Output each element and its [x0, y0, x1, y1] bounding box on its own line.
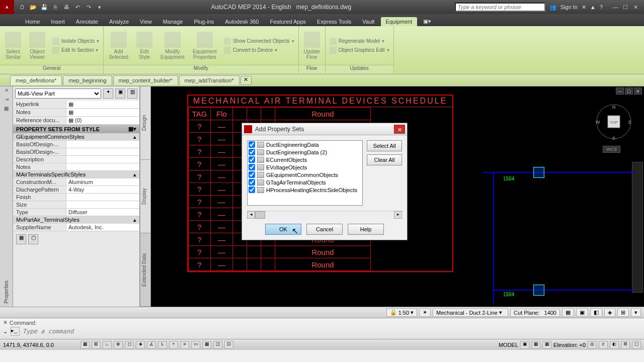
ribbon-tab-express-tools[interactable]: Express Tools	[312, 17, 356, 26]
qat-print-icon[interactable]: 🖶	[62, 4, 70, 11]
ribbon-tab-insert[interactable]: Insert	[46, 17, 70, 26]
status-icon[interactable]: ◈	[604, 308, 615, 317]
new-doc-tab-icon[interactable]: ✕	[240, 76, 252, 85]
ribbon-tab-featured-apps[interactable]: Featured Apps	[265, 17, 311, 26]
selectobj-icon[interactable]: ▨	[127, 88, 137, 99]
cmdline-close-icon[interactable]: ✕	[3, 319, 8, 326]
selection-type-dropdown[interactable]: Multi-View Part	[15, 88, 101, 99]
property-sets-listbox[interactable]: DuctEngineeringDataDuctEngineeringData (…	[247, 140, 363, 206]
property-set-checkbox[interactable]	[249, 171, 255, 178]
add-selected[interactable]: AddSelected	[106, 31, 131, 61]
ribbon-tab-view[interactable]: View	[135, 17, 157, 26]
viewport-minimize-icon[interactable]: —	[616, 87, 624, 95]
ok-button[interactable]: OK	[265, 224, 301, 235]
help-icon[interactable]: ?	[600, 4, 603, 10]
qat-saveas-icon[interactable]: ⎘	[51, 4, 59, 11]
ducs-toggle-icon[interactable]: L	[158, 341, 167, 349]
qat-open-icon[interactable]: 📂	[29, 4, 37, 11]
property-set-checkbox[interactable]	[249, 141, 255, 148]
grid-toggle-icon[interactable]: ⊞	[92, 341, 101, 349]
hardware-accel-icon[interactable]: ⚙	[621, 341, 630, 349]
viewport-maximize-icon[interactable]: ☐	[625, 87, 633, 95]
property-set-item[interactable]: EVoltageObjects	[248, 163, 362, 171]
tpy-toggle-icon[interactable]: ▭	[191, 341, 200, 349]
palette-tab-display[interactable]: Display	[140, 160, 150, 233]
object-viewer[interactable]: ObjectViewer	[26, 31, 48, 61]
doc-tab[interactable]: mep_addTransition*	[179, 75, 239, 85]
property-set-item[interactable]: ECurrentObjects	[248, 156, 362, 163]
scroll-thumb[interactable]	[255, 211, 265, 219]
am-toggle-icon[interactable]: ⊡	[224, 341, 233, 349]
remove-propset-icon[interactable]: ▢	[28, 234, 38, 244]
cmdline-toggle-icon[interactable]: ⌄	[3, 328, 8, 335]
signin-link[interactable]: Sign In	[560, 4, 578, 10]
palette-tab-extended-data[interactable]: Extended Data	[140, 233, 150, 307]
property-set-item[interactable]: DuctEngineeringData	[248, 141, 362, 148]
ribbon-tab-autodesk-360[interactable]: Autodesk 360	[220, 17, 264, 26]
prop-value[interactable]	[66, 141, 139, 148]
property-set-item[interactable]: HProcessHeatingElectricSideObjects	[248, 186, 362, 194]
snap-toggle-icon[interactable]: ▦	[80, 341, 90, 349]
infocenter-icon[interactable]: 👥	[549, 4, 556, 11]
minimize-icon[interactable]: —	[611, 4, 620, 11]
ribbon-tab-annotate[interactable]: Annotate	[71, 17, 103, 26]
dialog-titlebar[interactable]: Add Property Sets ✕	[242, 123, 407, 135]
qat-more-icon[interactable]: ▾	[96, 4, 104, 11]
quickselect-icon[interactable]: ✦	[103, 88, 113, 99]
compass-toggle-icon[interactable]: ◎	[588, 341, 597, 349]
clear-all-button[interactable]: Clear All	[367, 154, 402, 165]
property-set-item[interactable]: DuctEngineeringData (2)	[248, 148, 362, 156]
prop-value[interactable]: ▦	[66, 101, 139, 108]
clean-screen-icon[interactable]: ▢	[632, 341, 641, 349]
prop-group-header[interactable]: MAirTerminalsSpecificStyles▴	[13, 171, 139, 178]
prop-value[interactable]	[66, 148, 139, 155]
modify-equipment[interactable]: ModifyEquipment	[157, 31, 188, 61]
pickadd-icon[interactable]: ▣	[115, 88, 125, 99]
prop-group-header[interactable]: MvPartAir_TerminalStyles▴	[13, 216, 139, 224]
qat-new-icon[interactable]: 🗋	[18, 4, 26, 11]
ribbon-tab-home[interactable]: Home	[20, 17, 45, 26]
status-icon[interactable]: ▣	[576, 308, 588, 317]
scroll-left-icon[interactable]: ◂	[247, 211, 255, 219]
qv-layouts-icon[interactable]: ▦	[531, 341, 540, 349]
palette-icon[interactable]: ▦	[3, 106, 11, 114]
prop-value[interactable]: ▦ (0)	[66, 117, 139, 124]
property-set-item[interactable]: GEquipmentCommonObjects	[248, 171, 362, 178]
annotation-scale[interactable]: 🔒 1:50 ▾	[386, 308, 417, 317]
pin-icon[interactable]: ⇥	[3, 97, 11, 105]
wcs-badge[interactable]: WCS	[603, 146, 620, 153]
elevation-field[interactable]: Elevation: +0	[553, 342, 586, 348]
edit-in-section[interactable]: Edit In Section ▾	[50, 46, 101, 54]
help-button[interactable]: Help	[348, 224, 384, 235]
palette-tab-design[interactable]: Design	[140, 86, 150, 160]
cut-plane-field[interactable]: Cut Plane: 1400	[510, 309, 560, 317]
prop-value[interactable]: 4-Way	[66, 186, 139, 193]
property-set-checkbox[interactable]	[249, 149, 255, 155]
3dosnap-toggle-icon[interactable]: ◈	[136, 341, 145, 349]
isolate-objects[interactable]: Isolate Objects ▾	[50, 37, 101, 45]
prop-value[interactable]: Autodesk, Inc.	[66, 224, 139, 231]
ribbon-tab-analyze[interactable]: Analyze	[104, 17, 134, 26]
close-palette-icon[interactable]: ✕	[3, 87, 11, 96]
object-graphics-edit[interactable]: Object Graphics Edit ▾	[328, 46, 391, 54]
doc-tab[interactable]: mep_definitions*	[10, 75, 62, 85]
dialog-close-icon[interactable]: ✕	[394, 125, 405, 134]
ortho-toggle-icon[interactable]: ∟	[103, 341, 112, 349]
ribbon-tab-manage[interactable]: Manage	[158, 17, 188, 26]
otrack-toggle-icon[interactable]: ∠	[147, 341, 156, 349]
update-flow[interactable]: UpdateFlow	[301, 31, 323, 61]
coordinates-readout[interactable]: 1471.9, 43748.6, 0.0	[3, 342, 78, 348]
isolate-icon[interactable]: ◐	[610, 341, 619, 349]
close-icon[interactable]: ✕	[631, 4, 640, 11]
status-icon[interactable]: ▦	[562, 308, 574, 317]
qp-toggle-icon[interactable]: ▦	[202, 341, 211, 349]
ribbon-tab-equipment[interactable]: Equipment	[381, 17, 418, 26]
doc-tab[interactable]: mep_content_builder*	[113, 75, 178, 85]
qat-redo-icon[interactable]: ↷	[85, 4, 93, 11]
status-icon[interactable]: ⊞	[617, 308, 629, 317]
viewcube[interactable]: TOP N S W E WCS	[594, 102, 634, 142]
replace-z-icon[interactable]: z	[599, 341, 608, 349]
edit-style[interactable]: EditStyle	[133, 31, 155, 61]
property-set-checkbox[interactable]	[249, 156, 255, 163]
convert-device[interactable]: Convert to Device ▾	[222, 46, 296, 54]
